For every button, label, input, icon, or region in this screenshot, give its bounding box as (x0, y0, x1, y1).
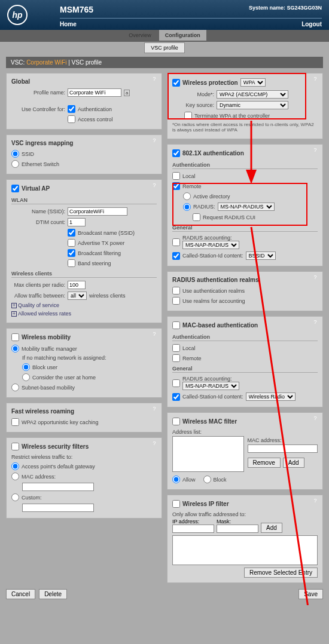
bcast-filter-checkbox[interactable] (68, 249, 75, 257)
rates-expand[interactable]: +Allowed wireless rates (11, 309, 157, 318)
ingress-ssid-radio[interactable] (11, 150, 19, 158)
system-name: System name: SG243GG03N (249, 5, 322, 11)
subnet-mobility-radio[interactable] (11, 384, 19, 391)
panel-ipfilter: Wireless IP filter ? Only allow traffic … (167, 495, 323, 583)
subtab-vsc[interactable]: VSC profile (144, 42, 185, 53)
mac-address-list[interactable] (172, 436, 244, 472)
cancel-button[interactable]: Cancel (6, 589, 35, 599)
access-checkbox[interactable] (68, 115, 75, 123)
macauth-ra-select[interactable]: MS-NAP-RADIUS (182, 382, 239, 390)
panel-macauth: MAC-based authentication ? Authenticatio… (167, 316, 323, 407)
main-tabs: Overview Configuration (0, 30, 329, 42)
acct-realms-checkbox[interactable] (172, 297, 180, 305)
help-icon[interactable]: ? (151, 440, 158, 447)
radius-radio[interactable] (183, 203, 191, 211)
band-steer-checkbox[interactable] (68, 259, 75, 267)
home-radio[interactable] (22, 373, 30, 381)
panel-vap: Virtual AP ? WLAN Name (SSID): DTIM coun… (6, 179, 162, 323)
mac-add-button[interactable]: Add (283, 458, 304, 468)
panel-dot1x: 802.1X authentication ? Authentication L… (167, 144, 323, 266)
help-icon[interactable]: ? (312, 498, 319, 505)
bcast-ssid-checkbox[interactable] (68, 229, 75, 237)
ap-gw-radio[interactable] (11, 462, 19, 470)
help-icon[interactable]: ? (151, 331, 158, 338)
macfilter-checkbox[interactable] (172, 418, 180, 425)
product-title: MSM765 (60, 5, 93, 14)
ip-list[interactable] (172, 535, 318, 565)
help-icon[interactable]: ? (151, 406, 158, 413)
help-icon[interactable]: ? (151, 182, 158, 189)
delete-button[interactable]: Delete (39, 589, 67, 599)
ip-input[interactable] (172, 525, 214, 533)
block-user-radio[interactable] (22, 363, 30, 371)
macfilt-allow-radio[interactable] (172, 476, 180, 483)
panel-macfilter: Wireless MAC filter ? Address list: MAC … (167, 412, 323, 490)
mask-input[interactable] (217, 525, 258, 533)
panel-global: Global ? Profile name:a Use Controller f… (6, 73, 162, 130)
custom-input[interactable] (22, 504, 94, 512)
dtim-input[interactable] (68, 218, 86, 226)
help-icon[interactable]: ? (151, 76, 158, 83)
macauth-ra-checkbox[interactable] (172, 379, 180, 387)
macauth-remote-checkbox[interactable] (172, 354, 180, 362)
ra-select[interactable]: MS-NAP-RADIUS (182, 241, 239, 249)
tab-overview[interactable]: Overview (123, 30, 157, 41)
terminate-wpa-checkbox[interactable] (184, 112, 192, 119)
ingress-eth-radio[interactable] (11, 160, 19, 168)
mac-remove-button[interactable]: Remove (248, 458, 281, 468)
ra-checkbox[interactable] (172, 238, 180, 246)
panel-secfilters: Wireless security filters ? Restrict wir… (6, 437, 162, 519)
panel-ingress-title: VSC ingress mapping (11, 139, 157, 149)
nav-home[interactable]: Home (60, 21, 77, 27)
use-realms-checkbox[interactable] (172, 287, 180, 295)
secfilt-checkbox[interactable] (11, 443, 19, 450)
ssid-input[interactable] (68, 207, 127, 216)
mac-addr-input[interactable] (248, 444, 318, 453)
macauth-csi-checkbox[interactable] (172, 393, 180, 401)
nav-logout[interactable]: Logout (301, 21, 322, 27)
vap-enable-checkbox[interactable] (11, 185, 19, 192)
page-header: VSC: Corporate WiFi | VSC profile (6, 57, 323, 68)
req-cui-checkbox[interactable] (193, 213, 200, 221)
custom-radio[interactable] (11, 493, 19, 501)
adv-tx-checkbox[interactable] (68, 239, 75, 247)
max-clients-input[interactable] (68, 281, 86, 289)
macfilt-block-radio[interactable] (203, 476, 211, 483)
save-button[interactable]: Save (298, 589, 323, 599)
wpa-mode-select[interactable]: WPA2 (AES/CCMP) (217, 90, 288, 99)
macauth-checkbox[interactable] (172, 321, 180, 329)
ip-remove-button[interactable]: Remove Selected Entry (244, 568, 318, 578)
qos-expand[interactable]: +Quality of service (11, 301, 157, 309)
mac-input[interactable] (22, 483, 94, 491)
ad-radio[interactable] (183, 192, 191, 200)
csi-checkbox[interactable] (172, 252, 180, 260)
radius-select[interactable]: MS-NAP-RADIUS (218, 203, 275, 211)
help-icon[interactable]: ? (312, 319, 319, 326)
csi-select[interactable]: BSSID (246, 252, 276, 260)
help-icon[interactable]: ? (312, 274, 319, 281)
wpa2-okc-checkbox[interactable] (11, 418, 19, 426)
key-source-select[interactable]: Dynamic (217, 101, 288, 109)
mobility-checkbox[interactable] (11, 333, 19, 341)
macauth-local-checkbox[interactable] (172, 344, 180, 352)
wprot-checkbox[interactable] (172, 79, 180, 87)
auth-checkbox[interactable] (68, 105, 75, 113)
allow-traffic-select[interactable]: all (68, 292, 87, 300)
dot1x-checkbox[interactable] (172, 149, 180, 157)
macauth-csi-select[interactable]: Wireless Radio (246, 392, 296, 401)
help-icon[interactable]: ? (151, 137, 158, 145)
ipfilter-checkbox[interactable] (172, 500, 180, 508)
mac-radio[interactable] (11, 473, 19, 480)
panel-wprot: Wireless protection WPA ? Mode*:WPA2 (AE… (167, 73, 323, 139)
profile-name-input[interactable] (68, 88, 121, 97)
mtm-radio[interactable] (11, 345, 19, 352)
tab-configuration[interactable]: Configuration (159, 30, 206, 41)
help-icon[interactable]: ? (312, 415, 319, 422)
dot1x-local-checkbox[interactable] (172, 172, 180, 180)
lang-icon[interactable]: a (124, 90, 130, 96)
help-icon[interactable]: ? (312, 76, 319, 83)
ip-add-button[interactable]: Add (261, 523, 282, 533)
dot1x-remote-checkbox[interactable] (172, 182, 180, 190)
help-icon[interactable]: ? (312, 147, 319, 154)
wprot-select[interactable]: WPA (240, 78, 266, 87)
